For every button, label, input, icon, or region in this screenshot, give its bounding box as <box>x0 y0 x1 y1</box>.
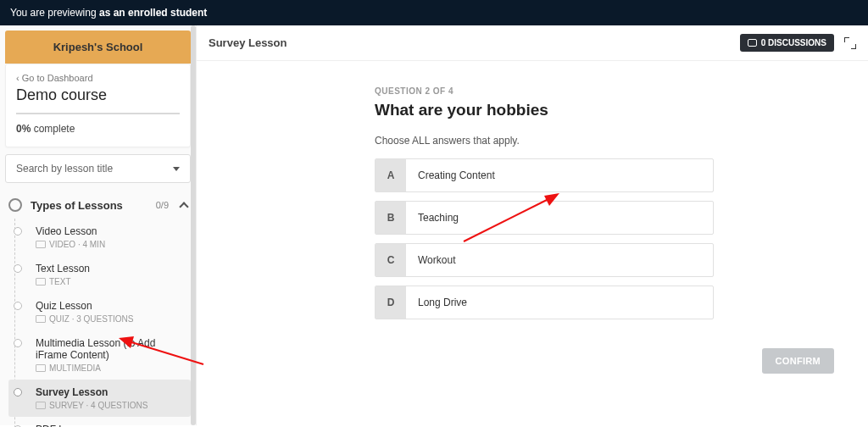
progress-percent: 0% <box>16 123 31 135</box>
lesson-meta: VIDEO · 4 MIN <box>36 240 186 249</box>
preview-prefix: You are previewing <box>10 7 99 19</box>
video-icon <box>36 241 46 248</box>
lesson-meta: MULTIMEDIA <box>36 363 186 373</box>
lesson-item-survey[interactable]: Survey Lesson SURVEY · 4 QUESTIONS <box>8 380 191 417</box>
caret-down-icon <box>173 167 180 171</box>
fullscreen-icon[interactable] <box>844 37 856 49</box>
lesson-item-multimedia[interactable]: Multimedia Lesson (to Add iFrame Content… <box>8 330 191 380</box>
lesson-name: Survey Lesson <box>36 386 186 398</box>
course-card: ‹ Go to Dashboard Demo course 0% complet… <box>5 64 191 147</box>
status-dot-icon <box>14 264 22 273</box>
status-dot-icon <box>14 227 22 236</box>
question-instruction: Choose ALL answers that apply. <box>375 135 834 147</box>
progress-suffix: complete <box>31 123 75 135</box>
quiz-icon <box>36 315 46 323</box>
survey-icon <box>36 402 46 409</box>
option-label: Creating Content <box>406 159 713 191</box>
question-overline: QUESTION 2 OF 4 <box>375 86 834 96</box>
option-b[interactable]: B Teaching <box>375 201 714 235</box>
section-header[interactable]: Types of Lessons 0/9 <box>5 191 191 219</box>
search-lessons-dropdown[interactable]: Search by lesson title <box>5 154 191 183</box>
main-content: Survey Lesson 0 DISCUSSIONS QUESTION 2 O… <box>197 25 868 425</box>
preview-banner: You are previewing as an enrolled studen… <box>0 0 868 25</box>
status-dot-icon <box>14 388 22 396</box>
back-label: Go to Dashboard <box>22 73 93 83</box>
sidebar-scrollbar[interactable] <box>191 25 196 425</box>
option-letter: C <box>376 244 406 276</box>
search-placeholder: Search by lesson title <box>16 163 113 175</box>
text-icon <box>36 278 46 286</box>
options-list: A Creating Content B Teaching C Workout … <box>375 158 714 319</box>
lesson-name: Quiz Lesson <box>36 300 186 312</box>
discussions-label: 0 DISCUSSIONS <box>761 38 826 47</box>
lesson-meta: QUIZ · 3 QUESTIONS <box>36 314 186 324</box>
preview-role: as an enrolled student <box>99 7 207 19</box>
option-a[interactable]: A Creating Content <box>375 158 714 192</box>
question-title: What are your hobbies <box>375 101 834 119</box>
lesson-item-pdf[interactable]: PDF Lesson PDF <box>8 417 191 427</box>
lesson-meta: SURVEY · 4 QUESTIONS <box>36 401 186 410</box>
lesson-name: Text Lesson <box>36 263 186 274</box>
lesson-name: PDF Lesson <box>36 424 186 427</box>
progress-bar <box>16 113 180 114</box>
option-label: Teaching <box>406 202 713 234</box>
status-dot-icon <box>14 302 22 310</box>
lesson-list: Video Lesson VIDEO · 4 MIN Text Lesson T… <box>5 219 191 427</box>
course-title: Demo course <box>16 86 180 104</box>
option-d[interactable]: D Long Drive <box>375 286 714 319</box>
option-label: Workout <box>406 244 713 276</box>
sidebar: Kripesh's School ‹ Go to Dashboard Demo … <box>0 25 197 425</box>
confirm-button[interactable]: CONFIRM <box>762 348 834 374</box>
option-c[interactable]: C Workout <box>375 243 714 277</box>
discussions-button[interactable]: 0 DISCUSSIONS <box>740 34 834 52</box>
lesson-item-quiz[interactable]: Quiz Lesson QUIZ · 3 QUESTIONS <box>8 293 191 330</box>
option-label: Long Drive <box>406 286 713 319</box>
lesson-item-video[interactable]: Video Lesson VIDEO · 4 MIN <box>8 219 191 256</box>
section-count: 0/9 <box>156 200 169 210</box>
option-letter: D <box>376 286 406 319</box>
lesson-header-title: Survey Lesson <box>209 36 287 49</box>
section-title: Types of Lessons <box>31 199 147 212</box>
option-letter: A <box>376 159 406 191</box>
lesson-name: Multimedia Lesson (to Add iFrame Content… <box>36 337 186 361</box>
chat-icon <box>748 39 757 47</box>
section-progress-icon <box>8 198 22 212</box>
lesson-item-text[interactable]: Text Lesson TEXT <box>8 256 191 293</box>
lesson-header: Survey Lesson 0 DISCUSSIONS <box>197 25 868 61</box>
progress-text: 0% complete <box>16 123 180 135</box>
multimedia-icon <box>36 364 46 372</box>
lesson-name: Video Lesson <box>36 225 186 237</box>
lesson-meta: TEXT <box>36 277 186 286</box>
back-to-dashboard-link[interactable]: ‹ Go to Dashboard <box>16 73 180 83</box>
status-dot-icon <box>14 339 22 347</box>
question-panel: QUESTION 2 OF 4 What are your hobbies Ch… <box>197 61 868 336</box>
school-banner[interactable]: Kripesh's School <box>5 30 191 64</box>
option-letter: B <box>376 202 406 234</box>
chevron-up-icon <box>179 202 188 211</box>
